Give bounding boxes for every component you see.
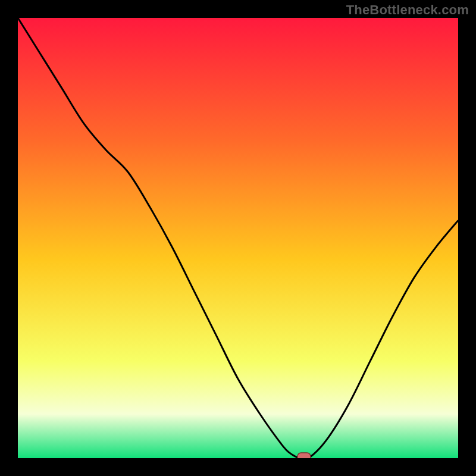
watermark-text: TheBottleneck.com <box>346 2 469 18</box>
chart-svg <box>18 18 458 458</box>
chart-frame: TheBottleneck.com <box>0 0 476 476</box>
gradient-background <box>18 18 458 458</box>
optimal-marker <box>298 453 311 458</box>
plot-area <box>18 18 458 458</box>
